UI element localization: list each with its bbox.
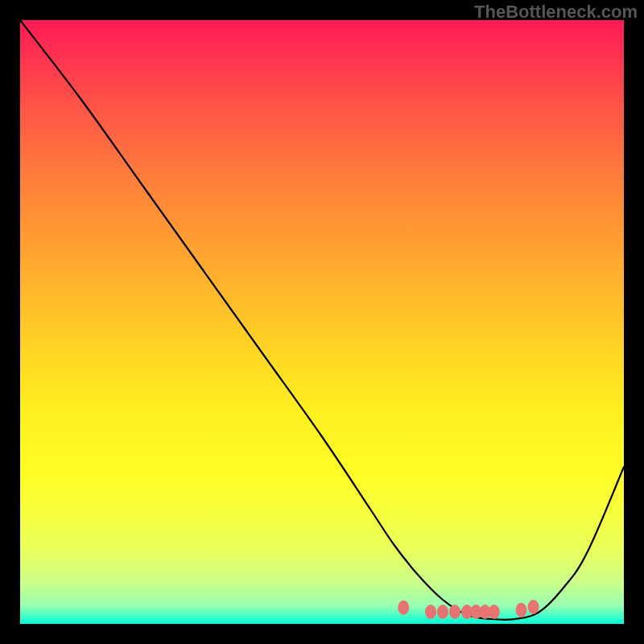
plot-area (20, 20, 624, 624)
data-curve (20, 20, 624, 620)
marker-dot (398, 601, 409, 615)
marker-dot (489, 605, 500, 619)
watermark-text: TheBottleneck.com (474, 2, 638, 23)
marker-dots (398, 600, 539, 619)
marker-dot (516, 603, 527, 617)
marker-dot (425, 605, 436, 619)
marker-dot (449, 605, 460, 619)
marker-dot (528, 600, 539, 614)
chart-svg (20, 20, 624, 624)
marker-dot (437, 605, 448, 619)
